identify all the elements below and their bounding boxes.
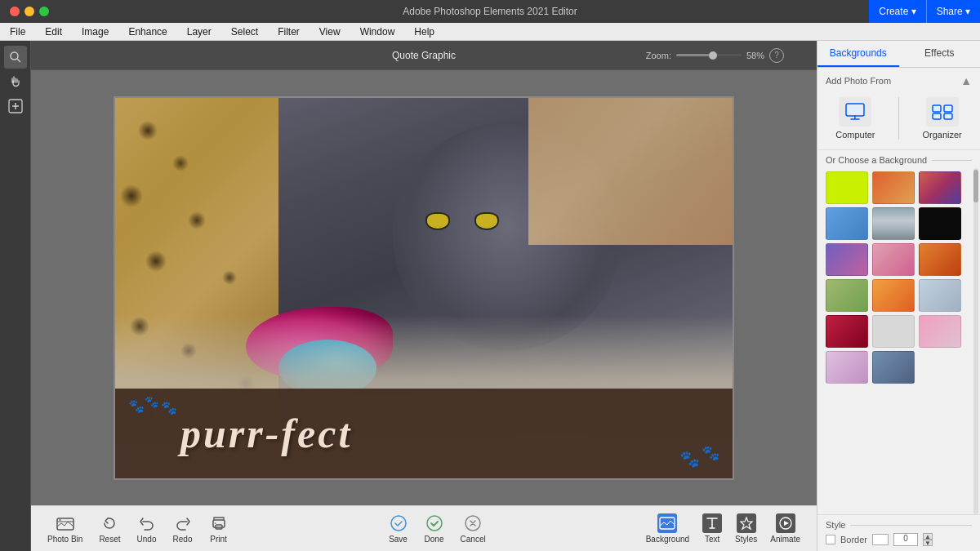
svg-line-1 xyxy=(17,59,20,62)
svg-point-9 xyxy=(214,522,216,524)
background-panel-label: Background xyxy=(646,535,689,544)
menubar: File Edit Image Enhance Layer Select Fil… xyxy=(0,23,980,41)
bg-swatch-blue-grad[interactable] xyxy=(826,207,868,240)
minimize-button[interactable] xyxy=(24,7,34,16)
bg-swatch-mountain[interactable] xyxy=(872,207,915,240)
add-photo-label: Add Photo From xyxy=(826,76,891,86)
menu-help[interactable]: Help xyxy=(411,26,438,38)
hand-tool[interactable] xyxy=(4,70,27,93)
bg-swatch-light-pink[interactable] xyxy=(919,315,961,348)
save-button[interactable]: Save xyxy=(389,513,408,544)
border-row: Border 0 ▲ ▼ xyxy=(826,533,972,546)
panel-scroll-up[interactable]: ▲ xyxy=(960,74,972,87)
menu-enhance[interactable]: Enhance xyxy=(125,26,170,38)
bg-section-label: Or Choose a Background xyxy=(817,150,980,168)
photo-source: Computer Organizer xyxy=(817,91,980,150)
bg-swatch-roses[interactable] xyxy=(826,315,868,348)
bg-swatch-pink-grad[interactable] xyxy=(872,243,915,276)
canvas-content[interactable]: 🐾 🐾 🐾 purr-fect 🐾 🐾 xyxy=(31,70,817,505)
organizer-source-button[interactable]: Organizer xyxy=(922,97,961,140)
create-label: Create ▾ xyxy=(879,6,915,17)
border-color-picker[interactable] xyxy=(872,534,889,545)
print-button[interactable]: Print xyxy=(209,513,229,544)
border-step-up[interactable]: ▲ xyxy=(923,533,933,540)
bg-swatch-black[interactable] xyxy=(919,207,961,240)
computer-source-button[interactable]: Computer xyxy=(835,97,875,140)
svg-marker-14 xyxy=(741,518,752,529)
menu-file[interactable]: File xyxy=(7,26,29,38)
style-divider xyxy=(850,525,972,526)
print-icon xyxy=(209,513,229,533)
bg-swatch-orange-grad[interactable] xyxy=(872,171,915,204)
right-panel: Backgrounds Effects Add Photo From ▲ Com… xyxy=(817,41,980,551)
text-icon xyxy=(702,513,722,533)
menu-filter[interactable]: Filter xyxy=(274,26,303,38)
share-button[interactable]: Share ▾ xyxy=(926,0,980,23)
zoom-control: Zoom: 58% ? xyxy=(646,48,784,63)
undo-button[interactable]: Undo xyxy=(137,513,157,544)
tab-effects[interactable]: Effects xyxy=(899,41,981,67)
add-tool[interactable] xyxy=(4,95,27,118)
cancel-label: Cancel xyxy=(461,535,486,544)
bg-swatch-fire[interactable] xyxy=(919,243,961,276)
border-step-down[interactable]: ▼ xyxy=(923,540,933,546)
background-panel-button[interactable]: Background xyxy=(646,513,689,544)
app-title: Adobe Photoshop Elements 2021 Editor xyxy=(403,6,577,17)
organizer-icon xyxy=(926,97,959,127)
menu-view[interactable]: View xyxy=(316,26,344,38)
help-button[interactable]: ? xyxy=(769,48,784,63)
tab-effects-label: Effects xyxy=(924,47,954,59)
menu-edit[interactable]: Edit xyxy=(42,26,65,38)
style-label: Style xyxy=(826,520,845,530)
canvas-topbar: Quote Graphic Zoom: 58% ? xyxy=(31,41,817,70)
zoom-label: Zoom: xyxy=(646,51,671,60)
cancel-icon xyxy=(463,513,483,533)
border-checkbox[interactable] xyxy=(826,535,835,544)
paw-left-1: 🐾 xyxy=(128,398,145,414)
zoom-slider[interactable] xyxy=(676,54,742,56)
bg-swatch-pastel-purple[interactable] xyxy=(826,351,868,384)
styles-panel-button[interactable]: Styles xyxy=(735,513,757,544)
bg-swatch-nature[interactable] xyxy=(826,279,868,312)
quote-banner: 🐾 🐾 🐾 purr-fect 🐾 🐾 xyxy=(115,389,733,478)
bg-swatch-light-gray[interactable] xyxy=(872,315,915,348)
paw-right-1: 🐾 xyxy=(679,449,700,469)
bg-swatch-sunset2[interactable] xyxy=(872,279,915,312)
text-panel-button[interactable]: Text xyxy=(702,513,722,544)
menu-select[interactable]: Select xyxy=(228,26,261,38)
zoom-thumb xyxy=(709,51,717,60)
tab-backgrounds[interactable]: Backgrounds xyxy=(817,41,899,67)
redo-button[interactable]: Redo xyxy=(173,513,193,544)
close-button[interactable] xyxy=(10,7,20,16)
styles-panel-label: Styles xyxy=(735,535,757,544)
menu-layer[interactable]: Layer xyxy=(184,26,215,38)
border-value-input[interactable]: 0 xyxy=(893,533,918,546)
background-icon xyxy=(657,513,677,533)
styles-icon xyxy=(737,513,756,533)
animate-icon xyxy=(776,513,795,533)
menu-image[interactable]: Image xyxy=(78,26,112,38)
bg-swatch-blue-mountains[interactable] xyxy=(872,351,915,384)
photo-bin-button[interactable]: Photo Bin xyxy=(47,513,82,544)
main-layout: Quote Graphic Zoom: 58% ? xyxy=(0,41,980,551)
create-button[interactable]: Create ▾ xyxy=(869,0,925,23)
photo-bin-icon xyxy=(56,513,75,533)
cancel-button[interactable]: Cancel xyxy=(461,513,486,544)
reset-button[interactable]: Reset xyxy=(99,513,120,544)
bg-swatch-purple-pink[interactable] xyxy=(826,243,868,276)
bg-swatch-lime[interactable] xyxy=(826,171,868,204)
panel-scrollbar[interactable] xyxy=(973,168,978,514)
panel-tabs: Backgrounds Effects xyxy=(817,41,980,68)
bg-swatch-sunset[interactable] xyxy=(919,171,961,204)
maximize-button[interactable] xyxy=(39,7,49,16)
photo-bin-label: Photo Bin xyxy=(47,535,82,544)
cat-photo: 🐾 🐾 🐾 purr-fect 🐾 🐾 xyxy=(115,98,733,478)
undo-label: Undo xyxy=(137,535,157,544)
menu-window[interactable]: Window xyxy=(357,26,399,38)
style-section: Style Border 0 ▲ ▼ xyxy=(817,514,980,551)
bg-swatch-stars[interactable] xyxy=(919,279,961,312)
zoom-tool[interactable] xyxy=(4,46,27,69)
done-button[interactable]: Done xyxy=(425,513,444,544)
scrollbar-thumb[interactable] xyxy=(973,170,978,202)
animate-panel-button[interactable]: Animate xyxy=(770,513,800,544)
